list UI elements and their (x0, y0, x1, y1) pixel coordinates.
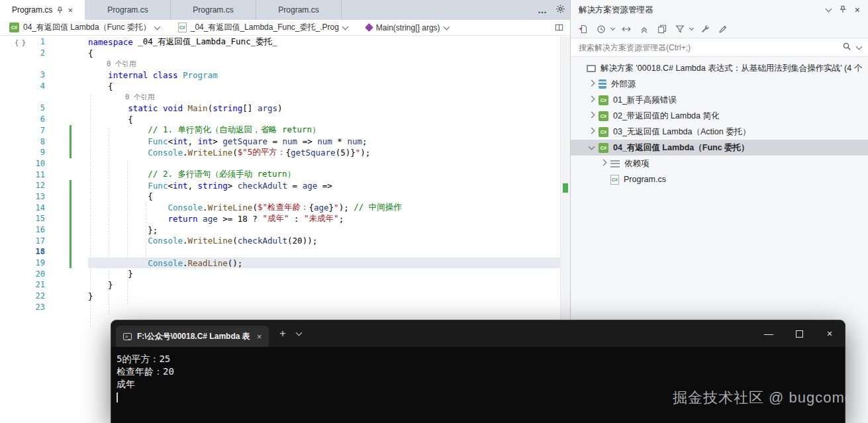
settings-gear-icon[interactable] (555, 4, 565, 17)
code-line[interactable]: 10 (0, 158, 560, 169)
chevron-down-icon[interactable] (825, 6, 832, 13)
terminal-tab[interactable]: >_ F:\公众号\00018.C# Lambda 表 × (116, 326, 269, 347)
history-icon[interactable] (595, 23, 607, 35)
code-line[interactable]: 9 Console.WriteLine($"5的平方：{getSquare(5)… (0, 147, 560, 158)
line-number[interactable]: 17 (0, 236, 45, 246)
tab-close-icon[interactable]: × (257, 332, 262, 342)
line-number[interactable]: 7 (0, 126, 45, 135)
chevron-down-icon[interactable] (589, 144, 595, 150)
chevron-right-icon[interactable] (589, 128, 595, 134)
filter-icon[interactable] (674, 23, 686, 35)
close-icon[interactable]: × (68, 6, 73, 15)
pin-icon[interactable] (56, 7, 64, 14)
editor-tab[interactable]: Program.cs (256, 0, 342, 20)
tree-item[interactable]: 依赖项 (571, 156, 868, 171)
code-line[interactable]: 4 { (0, 81, 560, 92)
new-tab-button[interactable]: + (279, 328, 285, 340)
line-number[interactable]: 12 (0, 181, 45, 190)
pin-icon[interactable] (839, 5, 847, 15)
editor-tab-active[interactable]: Program.cs× (0, 0, 85, 20)
code-line[interactable]: 6 { (0, 114, 560, 125)
line-number[interactable]: 3 (0, 70, 45, 79)
tree-item[interactable]: C#Program.cs (571, 171, 868, 187)
code-line[interactable]: 19 Console.ReadLine(); (0, 258, 560, 269)
dropdown-chevron-icon[interactable] (610, 25, 615, 30)
breadcrumb-member-dropdown[interactable]: Main(string[] args) (366, 23, 449, 32)
code-line[interactable]: 14 Console.WriteLine($"检查年龄：{age}"); // … (0, 202, 560, 213)
tree-item[interactable]: 外部源 (571, 76, 868, 92)
codelens-references-link[interactable]: 0 个引用 (107, 60, 136, 69)
line-number[interactable]: 13 (0, 192, 45, 201)
collapse-all-icon[interactable] (638, 23, 650, 35)
line-number[interactable]: 20 (0, 269, 45, 279)
code-line[interactable]: 23 (0, 302, 560, 313)
code-line[interactable]: 18 (0, 246, 560, 258)
chevron-right-icon[interactable] (589, 112, 595, 118)
line-number[interactable]: 21 (0, 280, 45, 289)
line-number[interactable]: 19 (0, 258, 45, 267)
code-line[interactable]: 15 return age >= 18 ? "成年" : "未成年"; (0, 213, 560, 224)
tree-item[interactable]: 解决方案 '00018.C# Lambda 表达式：从基础用法到集合操作实战' … (571, 60, 868, 76)
code-line[interactable]: 8 Func<int, int> getSquare = num => num … (0, 136, 560, 147)
copy-icon[interactable] (656, 23, 668, 35)
line-number[interactable]: 23 (0, 303, 45, 312)
code-line[interactable]: 22} (0, 291, 560, 302)
tree-item[interactable]: C#02_带返回值的 Lambda 简化 (571, 108, 868, 124)
line-number[interactable]: 5 (0, 103, 45, 113)
dropdown-chevron-icon[interactable] (689, 25, 694, 30)
code-line[interactable]: 5 static void Main(string[] args) (0, 103, 560, 114)
code-line[interactable]: 2{ (0, 48, 560, 59)
chevron-right-icon[interactable] (589, 80, 595, 87)
code-line[interactable]: 3 internal class Program (0, 70, 560, 81)
close-icon[interactable]: × (855, 5, 860, 15)
code-line[interactable]: 7 // 1. 单行简化（自动返回，省略 return） (0, 125, 560, 136)
compare-icon[interactable] (620, 23, 632, 35)
code-line[interactable]: 20 } (0, 268, 560, 279)
maximize-button[interactable] (784, 320, 814, 347)
tree-item[interactable]: C#04_有返回值 Lambda（Func 委托） (571, 140, 868, 156)
search-input[interactable] (577, 42, 837, 53)
wrench-icon[interactable] (699, 23, 711, 35)
line-number[interactable]: 4 (0, 81, 45, 91)
codelens-references-link[interactable]: 0 个引用 (125, 93, 154, 102)
line-number[interactable]: 22 (0, 291, 45, 301)
line-number[interactable]: 11 (0, 170, 45, 179)
edit-icon[interactable] (717, 23, 729, 35)
code-line[interactable]: 11 // 2. 多行语句（必须手动 return） (0, 169, 560, 180)
line-number[interactable]: 15 (0, 214, 45, 223)
code-line[interactable]: 21 } (0, 279, 560, 291)
tree-item[interactable]: C#01_新手高频错误 (571, 92, 868, 108)
chevron-right-icon[interactable] (589, 96, 595, 103)
sync-active-document-icon[interactable] (577, 23, 589, 35)
chevron-right-icon[interactable] (601, 160, 607, 166)
minimize-button[interactable]: — (753, 320, 784, 347)
search-icon[interactable] (842, 42, 851, 53)
line-number[interactable]: 18 (0, 247, 45, 256)
split-editor-icon[interactable] (554, 23, 564, 34)
code-line[interactable]: 16 }; (0, 224, 560, 236)
line-number[interactable]: 6 (0, 115, 45, 124)
code-line[interactable]: 12 Func<int, string> checkAdult = age => (0, 180, 560, 191)
line-number[interactable]: 14 (0, 203, 45, 212)
window-controls: — × (753, 320, 845, 347)
editor-tab[interactable]: Program.cs (171, 0, 256, 20)
scrollbar-change-mark (563, 183, 568, 193)
editor-tab[interactable]: Program.cs (85, 0, 171, 20)
code-line[interactable]: 1namespace _04_有返回值_Lambda_Func_委托_ (0, 36, 560, 48)
line-number[interactable]: 10 (0, 159, 45, 168)
terminal-titlebar[interactable]: >_ F:\公众号\00018.C# Lambda 表 × + — × (111, 320, 845, 347)
code-line[interactable]: 13 { (0, 191, 560, 203)
line-number[interactable]: 2 (0, 48, 45, 58)
line-number[interactable]: 16 (0, 225, 45, 234)
line-number[interactable]: 9 (0, 148, 45, 157)
line-number[interactable]: 8 (0, 137, 45, 146)
chevron-down-icon[interactable] (856, 43, 863, 50)
close-button[interactable]: × (814, 320, 845, 347)
tab-dropdown-button[interactable] (297, 332, 301, 335)
code-line[interactable]: 17 Console.WriteLine(checkAdult(20)); (0, 235, 560, 246)
breadcrumb-project-dropdown[interactable]: C# 04_有返回值 Lambda（Func 委托） (9, 22, 160, 33)
line-number[interactable]: 1 (0, 37, 45, 46)
tab-overflow-button[interactable]: … (538, 5, 548, 15)
breadcrumb-type-dropdown[interactable]: C# _04_有返回值_Lambda_Func_委托_.Prog (178, 22, 348, 33)
tree-item[interactable]: C#03_无返回值 Lambda（Action 委托） (571, 124, 868, 140)
